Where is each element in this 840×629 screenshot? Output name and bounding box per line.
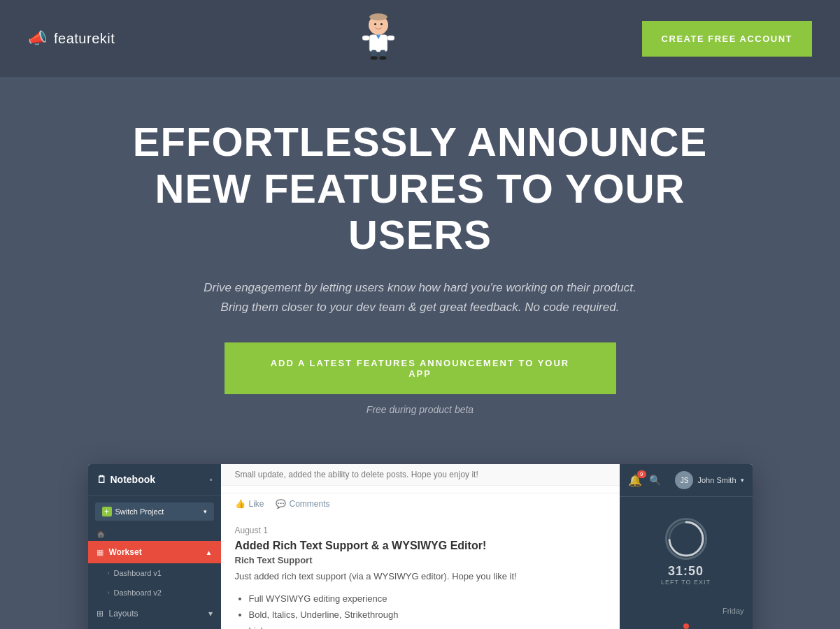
svg-point-3 (380, 23, 383, 25)
dropdown-icon: ▾ (204, 508, 207, 515)
svg-rect-6 (387, 36, 394, 40)
timer-block: 31:50 LEFT TO EXIT (620, 497, 753, 593)
dot-row (620, 623, 753, 629)
header: 📣 featurekit CREATE FR (0, 0, 840, 77)
mascot-area (354, 13, 403, 64)
timer-label: LEFT TO EXIT (627, 579, 746, 586)
svg-point-2 (374, 23, 376, 25)
hero-note: Free during product beta (28, 404, 812, 415)
chevron-down-icon: ▾ (208, 609, 213, 619)
timer-circle (665, 518, 707, 560)
entry-title: Added Rich Text Support & a WYSIWYG Edit… (235, 540, 606, 552)
user-info: JS John Smith ▾ (675, 471, 743, 489)
entry-list: Full WYSIWYG editing experience Bold, It… (235, 591, 606, 629)
megaphone-icon: 📣 (28, 29, 47, 48)
status-dot (683, 623, 689, 629)
timer-svg (667, 520, 705, 558)
like-icon: 👍 (235, 499, 245, 509)
notif-count: 9 (637, 470, 646, 478)
svg-point-9 (370, 56, 377, 59)
comments-button[interactable]: 💬 Comments (276, 499, 330, 509)
chevron-up-icon: ▲ (206, 549, 213, 556)
plus-icon: + (102, 507, 112, 516)
user-dropdown-icon: ▾ (741, 477, 744, 484)
hero-subtitle: Drive engagement by letting users know h… (183, 278, 658, 317)
changelog-note-top: Small update, added the ability to delet… (221, 464, 620, 486)
notebook-icon: 🗒 (97, 474, 106, 485)
logo-text: featurekit (54, 31, 115, 47)
right-panel-header: 🔔 9 🔍 JS John Smith ▾ (620, 464, 753, 497)
right-nav: 🔔 9 🔍 (628, 474, 661, 487)
changelog-entry: August 1 Added Rich Text Support & a WYS… (221, 514, 620, 629)
app-screenshot: 🗒 Notebook ▪ + Switch Project ▾ 🏠 ▦ Work… (88, 464, 753, 629)
sidebar-title: 🗒 Notebook (97, 474, 156, 485)
comments-icon: 💬 (276, 499, 286, 509)
entry-date: August 1 (235, 526, 606, 535)
sidebar-item-workset[interactable]: ▦ Workset ▲ (88, 541, 221, 563)
list-item: Full WYSIWYG editing experience (249, 591, 606, 607)
sidebar-item-uikit[interactable]: 👤 UI kit ▾ (88, 625, 221, 629)
layouts-icon: ⊞ (97, 609, 104, 619)
entry-subtitle: Rich Text Support (235, 555, 606, 565)
entry-desc: Just added rich text support (via a WYSI… (235, 570, 606, 584)
breadcrumb: 🏠 (88, 528, 221, 541)
hero-title: EFFORTLESSLY ANNOUNCE NEW FEATURES TO YO… (106, 119, 735, 259)
day-label: Friday (620, 593, 753, 618)
list-item: Bold, Italics, Underline, Strikethrough (249, 607, 606, 623)
chevron-right-icon: › (108, 570, 110, 577)
notification-bell[interactable]: 🔔 9 (628, 474, 642, 487)
create-account-button[interactable]: CREATE FREE ACCOUNT (642, 21, 812, 57)
avatar: JS (675, 471, 693, 489)
like-button[interactable]: 👍 Like (235, 499, 264, 509)
user-name: John Smith (697, 476, 736, 484)
sidebar-item-dashboard-v1[interactable]: › Dashboard v1 (88, 563, 221, 583)
chevron-right-icon: › (108, 589, 110, 596)
workset-icon: ▦ (97, 548, 104, 557)
sidebar-header: 🗒 Notebook ▪ (88, 464, 221, 496)
search-icon[interactable]: 🔍 (649, 475, 661, 486)
screenshot-area: 🗒 Notebook ▪ + Switch Project ▾ 🏠 ▦ Work… (0, 443, 840, 629)
hero-section: EFFORTLESSLY ANNOUNCE NEW FEATURES TO YO… (0, 77, 840, 443)
svg-rect-5 (362, 36, 369, 40)
switch-project-button[interactable]: + Switch Project ▾ (95, 503, 214, 521)
collapse-icon: ▪ (209, 475, 212, 484)
timer-display: 31:50 (627, 564, 746, 579)
app-right-panel: 🔔 9 🔍 JS John Smith ▾ (620, 464, 753, 629)
svg-point-1 (369, 13, 387, 20)
changelog-actions-top: 👍 Like 💬 Comments (221, 493, 620, 514)
sidebar-item-dashboard-v2[interactable]: › Dashboard v2 (88, 583, 221, 602)
list-item: Links (249, 623, 606, 629)
app-center: Small update, added the ability to delet… (221, 464, 620, 629)
sidebar-item-layouts[interactable]: ⊞ Layouts ▾ (88, 602, 221, 625)
svg-point-10 (379, 56, 386, 59)
mascot-image (354, 13, 403, 62)
app-sidebar: 🗒 Notebook ▪ + Switch Project ▾ 🏠 ▦ Work… (88, 464, 221, 629)
add-announcement-button[interactable]: ADD A LATEST FEATURES ANNOUNCEMENT TO YO… (225, 342, 616, 394)
logo-area: 📣 featurekit (28, 29, 115, 48)
